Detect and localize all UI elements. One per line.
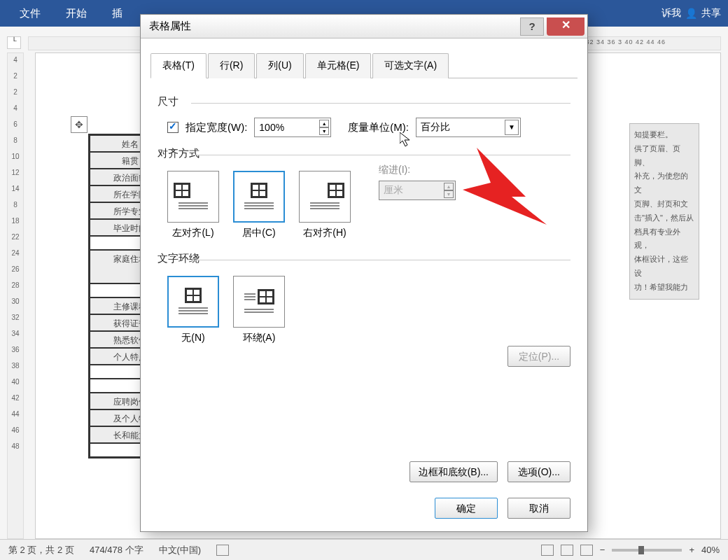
ruler-tick: 10: [11, 153, 19, 160]
align-center-label: 居中(C): [242, 227, 275, 239]
ruler-tick: 32: [11, 314, 19, 321]
ruler-tick: 4: [13, 56, 18, 64]
language-indicator[interactable]: 中文(中国): [159, 544, 202, 556]
preferred-width-checkbox[interactable]: [167, 122, 178, 133]
dialog-titlebar[interactable]: 表格属性 ? ✕: [141, 15, 587, 38]
macro-icon[interactable]: [216, 545, 229, 556]
indent-label: 缩进(I):: [379, 164, 456, 176]
word-count[interactable]: 474/478 个字: [90, 544, 144, 556]
grid-icon: [185, 288, 202, 303]
align-left-label: 左对齐(L): [172, 227, 214, 239]
ruler-tick: 6: [13, 120, 18, 128]
ruler-tick: 2: [13, 88, 18, 96]
text-line: 知提要栏。: [634, 128, 694, 142]
spinner-down-icon[interactable]: ▼: [319, 127, 329, 135]
share-icon: 👤: [685, 8, 697, 19]
ruler-tick: 38: [11, 362, 19, 370]
table-move-handle[interactable]: ✥: [71, 116, 88, 133]
align-center-option[interactable]: [233, 171, 285, 223]
document-text-block: 知提要栏。 供了页眉、页脚、 补充，为使您的文 页脚、封页和文 击"插入"，然后…: [629, 123, 699, 300]
ribbon-tab-file[interactable]: 文件: [7, 0, 53, 27]
view-read-icon[interactable]: [541, 545, 554, 556]
ruler-tick: 44: [11, 410, 19, 418]
preferred-width-value: 100%: [259, 122, 284, 133]
cancel-button[interactable]: 取消: [507, 498, 570, 519]
size-section-label: 尺寸: [158, 95, 570, 108]
share-button[interactable]: 共享: [701, 7, 721, 20]
spinner-down-icon: ▼: [444, 190, 454, 198]
indent-value: 厘米: [384, 184, 403, 197]
status-bar: 第 2 页，共 2 页 474/478 个字 中文(中国) − + 40%: [0, 539, 728, 560]
borders-shading-button[interactable]: 边框和底纹(B)...: [410, 461, 498, 482]
position-button: 定位(P)...: [507, 346, 570, 367]
grid-icon: [258, 289, 274, 304]
tab-column[interactable]: 列(U): [256, 53, 303, 78]
text-line: 体框设计，这些设: [634, 253, 694, 281]
zoom-in-icon[interactable]: +: [689, 545, 694, 555]
wrap-around-option[interactable]: [233, 276, 285, 328]
tab-table[interactable]: 表格(T): [150, 53, 206, 78]
view-web-icon[interactable]: [580, 545, 593, 556]
tab-cell[interactable]: 单元格(E): [305, 53, 372, 78]
tell-me[interactable]: 诉我: [662, 7, 681, 20]
grid-icon: [174, 183, 190, 198]
ruler-tick: 18: [11, 217, 19, 225]
tab-alt-text[interactable]: 可选文字(A): [372, 53, 449, 78]
grid-icon: [251, 183, 267, 198]
unit-combo[interactable]: 百分比 ▼: [416, 118, 521, 137]
text-line: 供了页眉、页脚、: [634, 142, 694, 170]
dropdown-icon[interactable]: ▼: [505, 120, 519, 135]
wrap-none-option[interactable]: [167, 276, 219, 328]
ruler-tick: 26: [11, 265, 19, 273]
ruler-tick: 46: [11, 426, 19, 434]
align-right-label: 右对齐(H): [303, 227, 346, 239]
dialog-title-text: 表格属性: [149, 20, 191, 33]
ruler-corner: └: [7, 36, 21, 49]
ruler-tick: 34: [11, 330, 19, 337]
grid-icon: [328, 183, 344, 198]
ruler-tick: 12: [11, 169, 19, 176]
align-right-option[interactable]: [299, 171, 351, 223]
spinner-up-icon[interactable]: ▲: [319, 120, 329, 127]
ruler-tick: 28: [11, 281, 19, 289]
dialog-tabs: 表格(T) 行(R) 列(U) 单元格(E) 可选文字(A): [150, 52, 578, 78]
indent-input: 厘米 ▲▼: [379, 181, 456, 200]
wrap-section-label: 文字环绕: [158, 252, 570, 265]
zoom-level[interactable]: 40%: [701, 545, 720, 555]
preferred-width-input[interactable]: 100% ▲▼: [254, 118, 331, 137]
close-button[interactable]: ✕: [547, 18, 584, 36]
ribbon-tab-insert[interactable]: 插: [99, 0, 135, 27]
preferred-width-label: 指定宽度(W):: [186, 121, 247, 134]
ruler-tick: 14: [11, 185, 19, 192]
ruler-vertical: 4 2 2 4 6 8 10 12 14 8 18 22 24 26 28 30…: [7, 52, 24, 539]
text-line: 击"插入"，然后从: [634, 211, 694, 225]
ruler-tick: 36: [11, 346, 19, 354]
align-left-option[interactable]: [167, 171, 219, 223]
ruler-tick: 24: [11, 249, 19, 257]
ruler-tick: 30: [11, 298, 19, 305]
tab-row[interactable]: 行(R): [208, 53, 255, 78]
help-button[interactable]: ?: [520, 18, 544, 36]
wrap-none-label: 无(N): [181, 332, 204, 344]
text-line: 功！希望我能力: [634, 281, 694, 295]
wrap-around-label: 环绕(A): [243, 332, 276, 344]
ruler-tick: 4: [13, 104, 18, 112]
view-print-icon[interactable]: [561, 545, 573, 556]
text-line: 档具有专业外观，: [634, 225, 694, 253]
table-properties-dialog: 表格属性 ? ✕ 表格(T) 行(R) 列(U) 单元格(E) 可选文字(A) …: [140, 14, 588, 532]
ruler-tick: 48: [11, 442, 19, 450]
ribbon-tab-home[interactable]: 开始: [53, 0, 99, 27]
ruler-tick: 8: [13, 201, 18, 209]
zoom-slider[interactable]: [612, 549, 682, 552]
zoom-out-icon[interactable]: −: [600, 545, 606, 555]
unit-label: 度量单位(M):: [348, 121, 409, 134]
page-indicator[interactable]: 第 2 页，共 2 页: [8, 544, 74, 556]
dialog-body: 尺寸 指定宽度(W): 100% ▲▼ 度量单位(M): 百分比 ▼ 对齐方式: [141, 78, 587, 378]
ruler-tick: 22: [11, 233, 19, 241]
options-button[interactable]: 选项(O)...: [507, 461, 570, 482]
text-line: 补充，为使您的文: [634, 169, 694, 197]
align-section-label: 对齐方式: [158, 147, 570, 160]
ok-button[interactable]: 确定: [435, 498, 498, 519]
spinner-up-icon: ▲: [444, 183, 454, 190]
ruler-tick: 8: [13, 136, 18, 144]
